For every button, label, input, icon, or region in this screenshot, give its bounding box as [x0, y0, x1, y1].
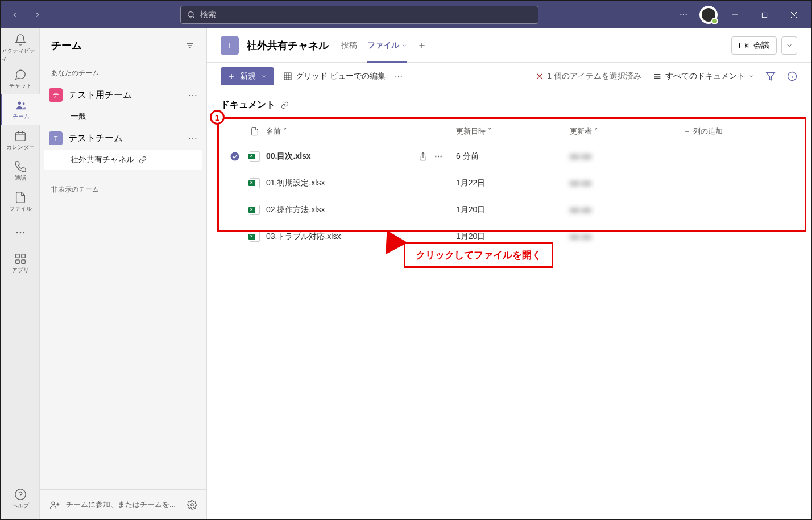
svg-marker-34 [745, 44, 748, 47]
view-switcher[interactable]: すべてのドキュメント [653, 71, 754, 81]
file-name: 03.トラブル対応.xlsx [266, 232, 341, 241]
rail-calls[interactable]: 通話 [1, 156, 40, 187]
more-options-button[interactable] [672, 3, 695, 26]
plus-icon [417, 41, 426, 50]
copy-link-icon[interactable] [281, 101, 289, 109]
team-row[interactable]: テ テスト用チーム ⋯ [44, 84, 202, 106]
app-rail: アクティビティ チャット チーム カレンダー 通話 ファイル アプリ ヘルプ [1, 28, 40, 519]
xlsx-icon [250, 232, 260, 242]
rail-label: チャット [9, 82, 32, 90]
filter-funnel-icon[interactable] [765, 71, 776, 81]
selection-info[interactable]: 1 個のアイテムを選択済み [536, 71, 641, 81]
nav-forward-button[interactable] [28, 6, 47, 24]
minimize-button[interactable] [722, 3, 747, 26]
file-icon [250, 127, 259, 136]
sidebar-title: チーム [51, 39, 82, 52]
table-header: 名前 ˅ 更新日時 ˅ 更新者 ˅ ＋ 列の追加 [221, 120, 797, 143]
tab-posts[interactable]: 投稿 [341, 28, 357, 63]
table-row[interactable]: 00.目次.xlsx⋯ 6 分前 ■■ ■■ [221, 143, 797, 170]
team-avatar: T [49, 131, 63, 145]
close-icon [536, 72, 544, 80]
rail-label: ファイル [9, 205, 32, 213]
rail-label: 通話 [15, 174, 26, 182]
xlsx-icon [250, 205, 260, 215]
grid-edit-button[interactable]: グリッド ビューでの編集 [283, 71, 386, 81]
row-more-button[interactable]: ⋯ [434, 152, 442, 161]
svg-rect-11 [15, 133, 25, 141]
team-row[interactable]: T テストチーム ⋯ [44, 127, 202, 150]
maximize-button[interactable] [752, 3, 777, 26]
rail-label: カレンダー [6, 143, 35, 151]
documents-title: ドキュメント [221, 99, 275, 111]
rail-calendar[interactable]: カレンダー [1, 125, 40, 156]
rail-files[interactable]: ファイル [1, 187, 40, 217]
selection-text: 1 個のアイテムを選択済み [547, 71, 641, 81]
file-author: ■■ ■■ [570, 179, 591, 188]
main-content: T 社外共有チャネル 投稿 ファイル 会議 新規 グリッド ビューでの編集 ⋯ … [207, 28, 811, 519]
grid-icon [283, 72, 292, 81]
rail-chat[interactable]: チャット [1, 64, 40, 94]
filter-icon[interactable] [185, 40, 195, 51]
share-icon[interactable] [419, 152, 428, 161]
team-name: テスト用チーム [68, 89, 132, 101]
file-toolbar: 新規 グリッド ビューでの編集 ⋯ 1 個のアイテムを選択済み すべてのドキュメ… [207, 63, 811, 90]
file-date: 1月20日 [456, 232, 570, 242]
team-avatar: テ [49, 88, 63, 102]
shared-channel-icon [139, 156, 147, 164]
channel-title: 社外共有チャネル [247, 39, 329, 52]
team-more-icon[interactable]: ⋯ [188, 90, 197, 101]
rail-label: アクティビティ [1, 47, 40, 63]
channel-row[interactable]: 社外共有チャネル [44, 150, 202, 170]
rail-label: ヘルプ [12, 502, 29, 510]
svg-point-16 [19, 232, 21, 234]
user-avatar[interactable] [699, 6, 718, 24]
team-more-icon[interactable]: ⋯ [188, 133, 197, 144]
gear-icon[interactable] [187, 500, 197, 510]
annotation-step-number: 1 [210, 110, 225, 125]
channel-name: 社外共有チャネル [71, 155, 134, 165]
join-team-icon [49, 499, 60, 510]
info-icon[interactable] [787, 71, 797, 81]
toolbar-more-button[interactable]: ⋯ [395, 72, 403, 81]
meet-label: 会議 [753, 40, 769, 51]
rail-more[interactable] [1, 217, 40, 248]
nav-back-button[interactable] [6, 6, 24, 24]
rail-label: チーム [13, 113, 30, 121]
chevron-down-icon [401, 43, 407, 48]
col-modified-header[interactable]: 更新日時 ˅ [456, 126, 570, 137]
add-tab-button[interactable] [417, 28, 426, 63]
svg-rect-37 [284, 73, 291, 80]
rail-activity[interactable]: アクティビティ [1, 33, 40, 64]
col-author-header[interactable]: 更新者 ˅ [570, 126, 683, 137]
checkmark-icon[interactable] [230, 151, 240, 162]
chevron-down-icon [260, 73, 267, 80]
close-button[interactable] [781, 3, 806, 26]
meet-button[interactable]: 会議 [731, 36, 777, 55]
file-name: 00.目次.xlsx [266, 151, 311, 162]
rail-apps[interactable]: アプリ [1, 248, 40, 279]
rail-teams[interactable]: チーム [1, 94, 40, 125]
presence-indicator [711, 18, 718, 24]
file-date: 6 分前 [456, 151, 570, 162]
join-create-team-button[interactable]: チームに参加、またはチームを... [66, 500, 176, 510]
svg-point-30 [191, 503, 194, 506]
rail-help[interactable]: ヘルプ [1, 484, 40, 514]
tab-files[interactable]: ファイル [367, 28, 407, 63]
table-row[interactable]: 02.操作方法.xlsx 1月20日 ■■ ■■ [221, 196, 797, 223]
file-name: 01.初期設定.xlsx [266, 178, 325, 187]
tab-label: 投稿 [341, 40, 357, 51]
new-button[interactable]: 新規 [221, 67, 274, 85]
channel-avatar: T [221, 36, 239, 55]
svg-point-51 [231, 152, 239, 160]
col-name-header[interactable]: 名前 ˅ [266, 126, 456, 137]
add-column-button[interactable]: ＋ 列の追加 [683, 126, 797, 137]
search-input[interactable]: 検索 [180, 6, 538, 24]
file-author: ■■ ■■ [570, 232, 591, 241]
table-row[interactable]: 01.初期設定.xlsx 1月22日 ■■ ■■ [221, 170, 797, 196]
tool-label: グリッド ビューでの編集 [296, 71, 386, 81]
channel-row[interactable]: 一般 [44, 106, 202, 127]
title-bar: 検索 [1, 1, 811, 28]
video-icon [739, 40, 749, 51]
svg-marker-47 [767, 72, 775, 80]
meet-dropdown-button[interactable] [781, 36, 797, 55]
